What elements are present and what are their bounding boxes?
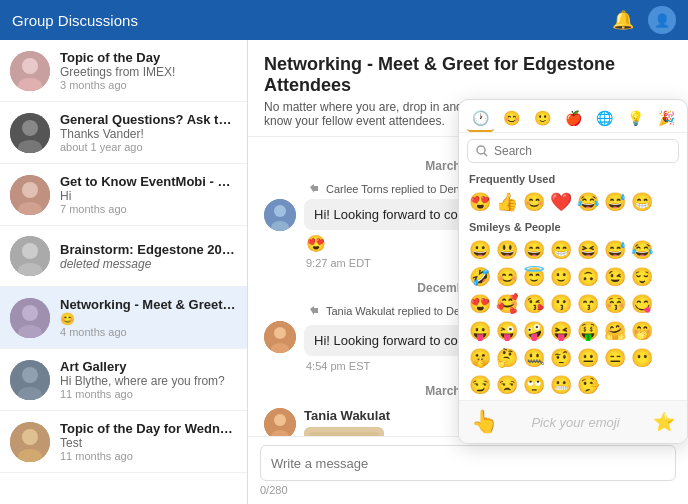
sidebar-item-sub: 😊 — [60, 312, 237, 326]
emoji-cell[interactable]: 😜 — [494, 318, 520, 344]
emoji-cell[interactable]: 😉 — [602, 264, 628, 290]
sidebar-item-name: General Questions? Ask the Event... — [60, 112, 237, 127]
emoji-footer-label: Pick your emoji — [531, 415, 619, 430]
emoji-cell[interactable]: 🙂 — [548, 264, 574, 290]
emoji-cell[interactable]: 😚 — [602, 291, 628, 317]
emoji-cell[interactable]: 😍 — [467, 291, 493, 317]
emoji-footer-hand-icon: 👆 — [471, 409, 498, 435]
sidebar-item-name: Topic of the Day for Wednesday — [60, 421, 237, 436]
emoji-cell[interactable]: 😇 — [521, 264, 547, 290]
emoji-cell[interactable]: 😏 — [467, 372, 493, 398]
emoji-cell[interactable]: 😐 — [575, 345, 601, 371]
emoji-cell[interactable]: 🤐 — [521, 345, 547, 371]
emoji-tab-food[interactable]: 🍎 — [560, 106, 587, 132]
emoji-cell[interactable]: 🤑 — [575, 318, 601, 344]
emoji-cell[interactable]: 🙄 — [521, 372, 547, 398]
emoji-cell[interactable]: 😁 — [548, 237, 574, 263]
sidebar-item-topic-of-day[interactable]: Topic of the Day Greetings from IMEX! 3 … — [0, 40, 247, 102]
sidebar-item-general-questions[interactable]: General Questions? Ask the Event... Than… — [0, 102, 247, 164]
emoji-cell[interactable]: 🥰 — [494, 291, 520, 317]
avatar — [10, 51, 50, 91]
emoji-cell[interactable]: 😂 — [629, 237, 655, 263]
sidebar-item-text: Topic of the Day for Wednesday Test 11 m… — [60, 421, 237, 462]
sidebar-item-name: Topic of the Day — [60, 50, 237, 65]
main-layout: Topic of the Day Greetings from IMEX! 3 … — [0, 40, 688, 504]
emoji-cell[interactable]: 🤗 — [602, 318, 628, 344]
emoji-cell[interactable]: 😘 — [521, 291, 547, 317]
svg-point-25 — [274, 327, 286, 339]
emoji-cell[interactable]: 😶 — [629, 345, 655, 371]
emoji-cell[interactable]: 😬 — [548, 372, 574, 398]
emoji-cell[interactable]: 🤣 — [467, 264, 493, 290]
svg-point-34 — [477, 146, 485, 154]
emoji-cell[interactable]: ❤️ — [548, 189, 574, 215]
emoji-cell[interactable]: 😅 — [602, 237, 628, 263]
notification-icon[interactable]: 🔔 — [612, 9, 634, 31]
emoji-cell[interactable]: 🤫 — [467, 345, 493, 371]
sidebar-item-brainstorm[interactable]: Brainstorm: Edgestone 2023 SWO... delete… — [0, 226, 247, 287]
svg-point-22 — [274, 205, 286, 217]
emoji-cell[interactable]: 🤪 — [521, 318, 547, 344]
sidebar-item-time: 11 months ago — [60, 450, 237, 462]
emoji-cell[interactable]: 😙 — [575, 291, 601, 317]
sidebar-item-topic-wednesday[interactable]: Topic of the Day for Wednesday Test 11 m… — [0, 411, 247, 473]
emoji-cell[interactable]: 😄 — [521, 237, 547, 263]
emoji-tab-symbols[interactable]: ✂️ — [684, 106, 688, 132]
sidebar-item-get-to-know[interactable]: Get to Know EventMobi - Sponsor... Hi 7 … — [0, 164, 247, 226]
sidebar-item-text: Art Gallery Hi Blythe, where are you fro… — [60, 359, 237, 400]
emoji-cell[interactable]: 😒 — [494, 372, 520, 398]
emoji-cell[interactable]: 😁 — [629, 189, 655, 215]
svg-point-19 — [22, 429, 38, 445]
sidebar-item-name: Brainstorm: Edgestone 2023 SWO... — [60, 242, 237, 257]
sender-avatar — [264, 408, 296, 436]
emoji-cell[interactable]: 😗 — [548, 291, 574, 317]
sidebar-item-time: 4 months ago — [60, 326, 237, 338]
emoji-section-frequently-used: Frequently Used — [459, 169, 687, 187]
emoji-cell[interactable]: 👍 — [494, 189, 520, 215]
sidebar-item-text: Brainstorm: Edgestone 2023 SWO... delete… — [60, 242, 237, 271]
header-title: Group Discussions — [12, 12, 138, 29]
emoji-cell[interactable]: 😂 — [575, 189, 601, 215]
emoji-cell[interactable]: 😛 — [467, 318, 493, 344]
emoji-tab-objects[interactable]: 💡 — [622, 106, 649, 132]
emoji-tab-activity[interactable]: 🎉 — [653, 106, 680, 132]
emoji-cell[interactable]: 😝 — [548, 318, 574, 344]
sidebar-item-art-gallery[interactable]: Art Gallery Hi Blythe, where are you fro… — [0, 349, 247, 411]
emoji-cell[interactable]: 😍 — [467, 189, 493, 215]
emoji-cell[interactable]: 😋 — [629, 291, 655, 317]
emoji-cell[interactable]: 😀 — [467, 237, 493, 263]
emoji-cell[interactable]: 🤨 — [548, 345, 574, 371]
sidebar-item-time: 3 months ago — [60, 79, 237, 91]
emoji-tab-recent[interactable]: 🕐 — [467, 106, 494, 132]
emoji-cell[interactable]: 🙃 — [575, 264, 601, 290]
sidebar-item-sub: Hi — [60, 189, 237, 203]
sender-avatar — [264, 321, 296, 353]
chat-title: Networking - Meet & Greet for Edgestone … — [264, 54, 672, 96]
emoji-cell[interactable]: 😊 — [494, 264, 520, 290]
emoji-cell[interactable]: 😑 — [602, 345, 628, 371]
sidebar-item-text: Topic of the Day Greetings from IMEX! 3 … — [60, 50, 237, 91]
svg-point-28 — [274, 414, 286, 426]
emoji-cell[interactable]: 😃 — [494, 237, 520, 263]
sidebar-item-time: 7 months ago — [60, 203, 237, 215]
char-count: 0/280 — [260, 484, 676, 496]
emoji-cell[interactable]: 😆 — [575, 237, 601, 263]
emoji-cell[interactable]: 🤭 — [629, 318, 655, 344]
emoji-cell[interactable]: 😅 — [602, 189, 628, 215]
emoji-cell[interactable]: 🤥 — [575, 372, 601, 398]
emoji-cell[interactable]: 😌 — [629, 264, 655, 290]
avatar — [10, 175, 50, 215]
avatar — [10, 360, 50, 400]
emoji-cell[interactable]: 🤔 — [494, 345, 520, 371]
sidebar-item-name: Networking - Meet & Greet for Ed... — [60, 297, 237, 312]
emoji-search-input[interactable] — [494, 144, 670, 158]
emoji-section-smileys: Smileys & People — [459, 217, 687, 235]
sidebar-item-networking[interactable]: Networking - Meet & Greet for Ed... 😊 4 … — [0, 287, 247, 349]
emoji-search-bar[interactable] — [467, 139, 679, 163]
emoji-tab-travel[interactable]: 🌐 — [591, 106, 618, 132]
message-input[interactable] — [260, 445, 676, 481]
emoji-tab-smileys[interactable]: 😊 — [498, 106, 525, 132]
emoji-cell[interactable]: 😊 — [521, 189, 547, 215]
user-avatar-icon[interactable]: 👤 — [648, 6, 676, 34]
emoji-tab-people[interactable]: 🙂 — [529, 106, 556, 132]
